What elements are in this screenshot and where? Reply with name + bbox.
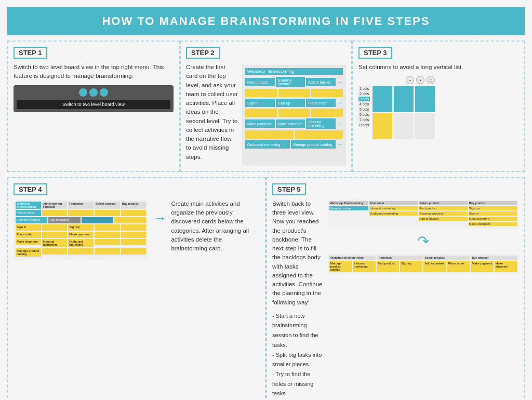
step4-box: STEP 4 Webshop Brainstorming Administeri…: [7, 177, 266, 400]
step5-arrow-area: ↷: [328, 233, 518, 250]
step4-hcell-1: Webshop Brainstorming: [16, 202, 41, 209]
step4-cell-4-1: Place order: [16, 232, 41, 238]
board-row-1: Find product Examine product Add to bask…: [245, 77, 343, 87]
sidebar-7cols[interactable]: 7 cols: [358, 117, 370, 122]
step3-label: STEP 3: [358, 47, 392, 59]
step4-cell-1-1: Find product: [16, 210, 41, 216]
sidebar-5cols[interactable]: 5 cols: [358, 107, 370, 112]
step5-top-row-2: Outbound marketing Examine product Sign …: [329, 211, 517, 216]
step4-cell-1-2: [42, 210, 68, 216]
sidebar-4cols[interactable]: 4 cols: [358, 102, 370, 106]
step5-right-mockups: Webshop Brainstorming Promotion Select p…: [328, 199, 518, 274]
board-yellow-1-1: [245, 89, 277, 97]
step3-cell-yellow-1: [373, 113, 392, 139]
steps-top-row: STEP 1 Switch to two level board view in…: [7, 41, 525, 172]
step3-cell-gray-3: [415, 113, 435, 139]
step5-bot-row-1: Manage product catalog Inbound marketing…: [329, 261, 517, 272]
board-cell-4-2: Manage product catalog: [291, 140, 336, 149]
step3-cell-blue-1: [373, 86, 392, 112]
board-cell-2-3: Place order: [306, 99, 336, 107]
step4-data-row-2: Examine product Add to basket: [16, 217, 146, 223]
step5-top-row-h: Webshop Brainstorming Promotion Select p…: [329, 201, 517, 205]
step5-tc-3-1: [329, 217, 368, 221]
menu-dots: [17, 88, 170, 97]
bullet-2: Split big tasks into smaller pieces.: [272, 350, 324, 369]
arrow-4: →: [337, 141, 343, 148]
arrow-2: →: [337, 99, 343, 106]
close-icon[interactable]: ×: [416, 76, 424, 84]
step5-bot-header: Webshop Brainstorming Promotion Select p…: [329, 256, 517, 260]
board-yellow-1-3: [311, 89, 343, 97]
step5-tc-1-1: Manage product: [329, 206, 368, 210]
step5-tc-3-2: [369, 217, 418, 221]
menu-dot-1: [79, 88, 87, 97]
board-cell-1-3: Add to basket: [306, 78, 336, 86]
board-header: Webshop - Brainstorming: [245, 68, 343, 75]
expand-icon[interactable]: □: [427, 76, 435, 84]
step5-bot-1-8: Make shipment: [495, 261, 517, 272]
step4-arrow-area: →: [152, 210, 167, 226]
step5-bot-1-1: Manage product catalog: [329, 261, 352, 272]
step5-top-board: Webshop Brainstorming Promotion Select p…: [328, 199, 518, 229]
step5-bh-3: Select product: [423, 256, 470, 260]
step5-th-4: Buy product: [469, 201, 517, 205]
main-header: HOW TO MANAGE BRAINSTORMING IN FIVE STEP…: [7, 7, 525, 35]
step4-data-row-3: Sign in Sign up: [16, 224, 146, 231]
step4-cell-4-2: [42, 232, 68, 238]
sidebar-1cols[interactable]: 1 cols: [358, 86, 370, 91]
step5-inner: Switch back to three level view. Now you…: [272, 199, 518, 400]
step4-cell-2-5: [114, 217, 146, 223]
arrow-3: →: [337, 120, 343, 127]
step4-data-row-6: Manage product catalog: [16, 248, 146, 257]
curved-arrow-icon: ↷: [417, 233, 429, 250]
step3-text: Set columns to avoid a long vertical lis…: [358, 63, 518, 72]
arrow-1: →: [337, 78, 343, 86]
minus-icon[interactable]: −: [406, 76, 414, 84]
step5-bot-1-7: Make payment: [471, 261, 493, 272]
step4-cell-6-4: [95, 248, 120, 255]
board-row-3: Make payment Make shipment Inbound marke…: [245, 118, 343, 129]
step4-cell-6-1: Manage product catalog: [16, 248, 41, 257]
step4-hcell-3: Promotion: [68, 202, 94, 209]
step1-button-mockup: Switch to two level board view: [17, 100, 170, 109]
sidebar-2cols[interactable]: 2 cols: [358, 91, 370, 96]
step4-cell-4-4: [95, 232, 120, 238]
board-yellow-3-1: [245, 130, 294, 139]
step3-grid: 1 cols 2 cols 3 cols 4 cols 5 cols 6 col…: [358, 86, 435, 139]
step2-board-mockup: Webshop - Brainstorming Find product Exa…: [242, 65, 346, 166]
step4-cell-2-4: [82, 217, 113, 223]
board-cell-3-3: Inbound marketing: [306, 118, 336, 129]
step2-box: STEP 2 Create the first card on the top …: [180, 41, 352, 172]
step1-box: STEP 1 Switch to two level board view in…: [7, 41, 180, 172]
step4-cell-6-5: [121, 248, 147, 255]
step4-text: Create main activities and organize the …: [171, 199, 260, 254]
step3-col-1: [373, 86, 392, 139]
board-yellow-row-3: [245, 130, 343, 139]
step5-th-1: Webshop Brainstorming: [329, 201, 368, 205]
sidebar-8cols[interactable]: 8 cols: [358, 123, 370, 127]
board-yellow-3-2: [295, 130, 343, 139]
step4-data-row-4: Place order Make payment: [16, 232, 146, 238]
sidebar-6cols[interactable]: 6 cols: [358, 112, 370, 117]
step4-board-mockup: Webshop Brainstorming Administering Prod…: [14, 199, 148, 260]
step5-label: STEP 5: [272, 183, 306, 195]
step4-cell-5-1: Make shipment: [16, 239, 41, 245]
step4-label: STEP 4: [14, 183, 47, 195]
sidebar-3cols[interactable]: 3 cols: [358, 97, 370, 101]
step5-th-2: Promotion: [369, 201, 418, 205]
bullet-1: Start a new brainstorming session to fin…: [272, 311, 324, 350]
step5-tc-2-1: [329, 211, 368, 216]
step5-bh-1: Webshop Brainstorming: [329, 256, 376, 260]
step5-bot-1-3: Find product: [377, 261, 399, 272]
step4-cell-3-4: [95, 224, 120, 231]
step4-cell-3-3: Sign up: [68, 224, 94, 231]
step4-cell-2-gray: Add to basket: [48, 217, 80, 223]
steps-bottom-row: STEP 4 Webshop Brainstorming Administeri…: [7, 177, 525, 400]
step2-text: Create the first card on the top level, …: [186, 63, 238, 162]
step5-tc-2-4: Sign in: [469, 211, 517, 216]
step3-box: STEP 3 Set columns to avoid a long verti…: [352, 41, 525, 172]
step5-bot-1-2: Inbound marketing: [353, 261, 375, 272]
step4-cell-5-5: [121, 239, 147, 245]
step5-tc-1-4: Sign up: [469, 206, 517, 210]
step3-mockup: − × □ 1 cols 2 cols 3 cols 4 cols 5 cols…: [358, 76, 518, 139]
